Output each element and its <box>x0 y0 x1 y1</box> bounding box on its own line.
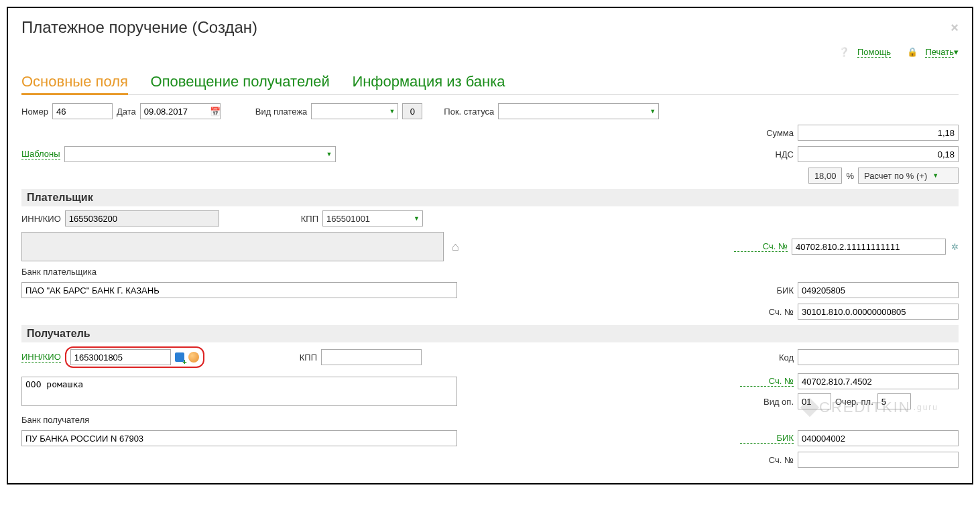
recip-corr-account-label: Сч. № <box>740 455 794 465</box>
templates-dropdown[interactable] <box>64 146 336 162</box>
payment-type-code <box>402 103 422 119</box>
recip-code-label: Код <box>740 352 794 363</box>
status-label: Пок. статуса <box>444 107 494 117</box>
payer-kpp-label: КПП <box>301 214 318 224</box>
oper-type-field[interactable] <box>798 393 831 409</box>
recip-code-field[interactable] <box>798 349 959 365</box>
recip-inn-label[interactable]: ИНН/КИО <box>21 352 61 363</box>
recip-kpp-label: КПП <box>300 352 317 363</box>
top-links: ❔ Помощь 🔒 Печать▾ <box>21 47 959 57</box>
home-icon[interactable]: ⌂ <box>452 240 459 254</box>
payer-inn-field <box>65 210 219 226</box>
payer-bik-field[interactable] <box>798 282 959 298</box>
print-link[interactable]: Печать <box>925 47 954 58</box>
recip-bank-label: Банк получателя <box>21 415 89 425</box>
sum-field[interactable] <box>798 125 959 141</box>
recip-bik-label[interactable]: БИК <box>740 433 794 444</box>
payer-corr-account-label: Сч. № <box>740 307 794 317</box>
payment-type-label: Вид платежа <box>255 107 308 117</box>
tabs: Основные поля Оповещение получателей Инф… <box>21 70 959 95</box>
vat-label: НДС <box>740 149 794 159</box>
recip-kpp-field[interactable] <box>321 349 422 365</box>
payment-type-dropdown[interactable] <box>311 103 398 119</box>
payer-section-header: Плательщик <box>21 189 959 206</box>
queue-label: Очер. пл. <box>835 397 873 407</box>
vat-rate-button[interactable]: 18,00 <box>808 168 843 184</box>
recip-name-textarea[interactable] <box>21 377 457 406</box>
status-dropdown[interactable] <box>498 103 659 119</box>
status-dot-icon[interactable] <box>188 352 199 363</box>
gear-icon[interactable]: ✲ <box>951 242 959 252</box>
tab-recipient-notify[interactable]: Оповещение получателей <box>151 70 330 93</box>
recip-account-label[interactable]: Сч. № <box>740 376 794 387</box>
number-label: Номер <box>21 107 48 117</box>
payer-kpp-dropdown[interactable]: 165501001 <box>322 210 423 226</box>
recip-corr-account-field[interactable] <box>798 452 959 468</box>
tab-bank-info[interactable]: Информация из банка <box>352 70 505 93</box>
payer-account-label[interactable]: Сч. № <box>734 241 788 252</box>
payer-bik-label: БИК <box>740 285 794 296</box>
recip-inn-field[interactable] <box>70 349 171 365</box>
payer-inn-label: ИНН/КИО <box>21 214 61 224</box>
vat-calc-dropdown[interactable]: Расчет по % (+) <box>858 168 959 184</box>
number-field[interactable] <box>52 103 113 119</box>
window-title: Платежное поручение (Создан) <box>21 18 257 37</box>
recip-account-field[interactable] <box>798 373 959 389</box>
recipient-section-header: Получатель <box>21 325 959 342</box>
help-icon: ❔ <box>839 47 849 57</box>
percent-label: % <box>846 171 854 181</box>
highlighted-inn-box <box>65 346 204 368</box>
tab-main-fields[interactable]: Основные поля <box>21 70 128 95</box>
recip-bik-field[interactable] <box>798 430 959 446</box>
vat-field[interactable] <box>798 146 959 162</box>
payer-account-field[interactable] <box>792 239 946 255</box>
sum-label: Сумма <box>740 128 794 138</box>
payer-bank-field[interactable] <box>21 282 457 298</box>
payment-order-window: Платежное поручение (Создан) × ❔ Помощь … <box>7 7 973 484</box>
add-icon[interactable] <box>175 352 184 362</box>
payer-name-textarea <box>21 232 444 261</box>
close-icon[interactable]: × <box>951 20 959 36</box>
help-link[interactable]: Помощь <box>857 47 891 58</box>
templates-link[interactable]: Шаблоны <box>21 149 60 159</box>
payer-corr-account-field[interactable] <box>798 304 959 320</box>
recip-bank-field[interactable] <box>21 430 457 446</box>
queue-field[interactable] <box>877 393 911 409</box>
date-label: Дата <box>117 107 136 117</box>
print-icon: 🔒 <box>907 47 918 57</box>
date-field[interactable] <box>140 103 221 119</box>
oper-type-label: Вид оп. <box>740 397 794 407</box>
payer-bank-label: Банк плательщика <box>21 267 97 277</box>
